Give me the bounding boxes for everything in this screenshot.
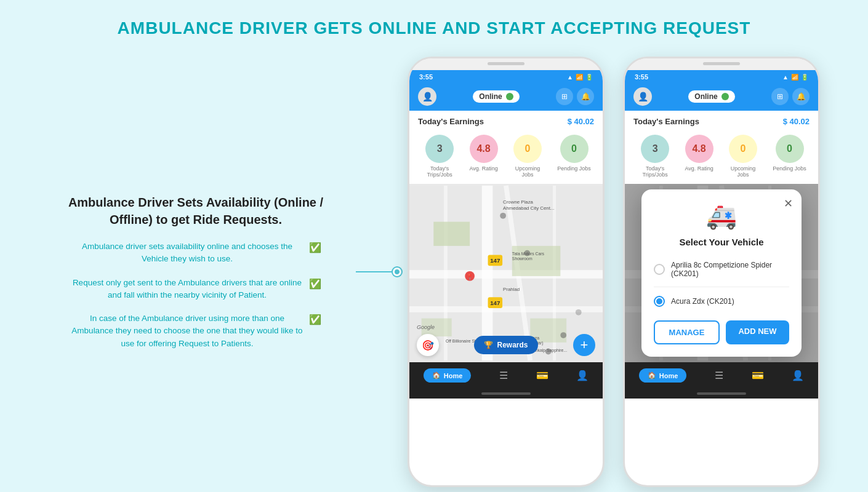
phone2-earnings-label: Today's Earnings: [633, 117, 699, 126]
phone1: 3:55 ▲ 📶 🔋 👤 Online ⊞: [408, 57, 605, 487]
phone2-stat-label-rating: Avg. Rating: [685, 165, 713, 172]
phone2-profile-icon: 👤: [792, 370, 804, 381]
feature-list: Ambulance driver sets availability onlin…: [48, 240, 344, 350]
phone1-location-btn[interactable]: 🎯: [417, 334, 439, 356]
phone1-bell-icon[interactable]: 🔔: [577, 88, 594, 105]
vehicle-modal-overlay: ✕ 🚑 Select Your Vehicle Aprilia 8c Compe…: [625, 184, 818, 362]
phone1-nav-profile[interactable]: 👤: [576, 370, 589, 381]
connector-dot: [393, 268, 401, 276]
phone1-nav-home[interactable]: 🏠 Home: [424, 368, 472, 383]
phone2-stats-row: 3 Today's Trips/Jobs 4.8 Avg. Rating 0 U…: [625, 130, 818, 184]
connector-line: [356, 271, 393, 272]
phone2-battery-icon: 🔋: [801, 74, 808, 81]
phone1-nav-home-label: Home: [444, 372, 463, 379]
modal-close-btn[interactable]: ✕: [784, 197, 793, 210]
svg-text:Ahmedabad City Cent...: Ahmedabad City Cent...: [503, 205, 554, 211]
list-icon: ☰: [499, 370, 508, 381]
phone2-map: Crowne Plaza Ahmedabad City Cent... ✕ 🚑 …: [625, 184, 818, 362]
phone2-online-label: Online: [694, 92, 717, 101]
phone2-status-icons: ▲ 📶 🔋: [782, 74, 808, 81]
content-row: Ambulance Driver Sets Availability (Onli…: [25, 57, 843, 487]
modal-divider: [654, 287, 789, 287]
phone1-google-label: Google: [417, 324, 435, 330]
phone2-status-bar: 3:55 ▲ 📶 🔋: [625, 70, 818, 84]
phone1-stat-circle-pending: 0: [560, 135, 589, 163]
phone2-nav-home-label: Home: [659, 372, 678, 379]
phone2-bottom-pill: [625, 392, 818, 399]
feature-item-1: Ambulance driver sets availability onlin…: [48, 240, 344, 266]
vehicle-option-2[interactable]: Acura Zdx (CK201): [654, 291, 789, 312]
svg-text:📍: 📍: [466, 273, 474, 281]
svg-text:Prahlad: Prahlad: [503, 287, 520, 292]
phone1-pill-bar: [481, 392, 531, 395]
phone2-wallet-icon: 💳: [752, 370, 764, 381]
phone1-header-icons: ⊞ 🔔: [556, 88, 594, 105]
phone2-nav-wallet[interactable]: 💳: [752, 370, 764, 381]
phone1-add-btn[interactable]: +: [573, 334, 595, 356]
svg-text:147: 147: [490, 300, 500, 306]
phone2-toggle-dot: [721, 93, 729, 100]
page-title: AMBULANCE DRIVER GETS ONLINE AND START A…: [118, 18, 751, 38]
phone2-online-toggle[interactable]: Online: [688, 90, 734, 103]
main-heading: Ambulance Driver Sets Availability (Onli…: [48, 194, 344, 228]
phone1-earnings-label: Today's Earnings: [418, 117, 484, 126]
phone2-stat-circle-pending: 0: [776, 135, 804, 163]
phone1-stat-trips: 3 Today's Trips/Jobs: [421, 135, 458, 178]
phones-container: 3:55 ▲ 📶 🔋 👤 Online ⊞: [408, 57, 820, 487]
vehicle1-radio[interactable]: [654, 264, 665, 275]
phone1-toggle-dot: [506, 93, 513, 100]
wallet-icon: 💳: [536, 370, 549, 381]
ambulance-icon: 🚑: [654, 202, 789, 231]
phone2-pill-bar: [697, 392, 746, 395]
phone1-rewards-btn[interactable]: 🏆 Rewards: [474, 336, 537, 354]
phone1-online-toggle[interactable]: Online: [473, 90, 519, 103]
phone2-stat-rating: 4.8 Avg. Rating: [685, 135, 713, 178]
phone1-stat-pending: 0 Pending Jobs: [557, 135, 591, 178]
modal-buttons: MANAGE ADD NEW: [654, 320, 789, 344]
add-new-button[interactable]: ADD NEW: [726, 320, 789, 344]
vehicle1-label: Aprilia 8c Competizione Spider (CK201): [671, 261, 789, 278]
phone2-top-pill: [703, 62, 740, 65]
svg-text:147: 147: [490, 257, 500, 264]
phone2-header-icons: ⊞ 🔔: [771, 88, 810, 105]
phone1-grid-icon[interactable]: ⊞: [556, 88, 573, 105]
manage-button[interactable]: MANAGE: [654, 320, 720, 344]
phone2-stat-label-upcoming: Upcoming Jobs: [725, 165, 762, 178]
phone1-stat-circle-trips: 3: [425, 135, 454, 163]
vehicle-option-1[interactable]: Aprilia 8c Competizione Spider (CK201): [654, 256, 789, 283]
phone1-earnings-row: Today's Earnings $ 40.02: [409, 111, 603, 130]
phone1-map-controls: 🎯 🏆 Rewards +: [409, 334, 603, 356]
home-icon: 🏠: [432, 371, 441, 379]
phone1-stat-label-trips: Today's Trips/Jobs: [421, 165, 458, 178]
phone2-nav-home[interactable]: 🏠 Home: [639, 368, 687, 383]
phone2-signal-icon: ▲: [782, 74, 789, 81]
phone2-nav-list[interactable]: ☰: [715, 370, 723, 381]
phone2-header: 👤 Online ⊞ 🔔: [625, 84, 818, 111]
phone1-nav-list[interactable]: ☰: [499, 370, 508, 381]
phone2-time: 3:55: [635, 73, 648, 81]
phone1-bottom-pill: [409, 392, 603, 399]
feature-text-3: In case of the Ambulance driver using mo…: [70, 312, 304, 350]
phone1-avatar: 👤: [418, 87, 436, 106]
phone2-bell-icon[interactable]: 🔔: [792, 88, 810, 105]
phone1-stat-label-pending: Pending Jobs: [557, 165, 591, 172]
phone2-grid-icon[interactable]: ⊞: [771, 88, 789, 105]
phone1-stat-rating: 4.8 Avg. Rating: [469, 135, 497, 178]
vehicle2-radio[interactable]: [654, 296, 665, 307]
svg-point-27: [524, 250, 530, 256]
phone1-map: 147 147 📍 Crowne Plaza Ahmedabad City Ce…: [409, 184, 603, 362]
phone1-nav-wallet[interactable]: 💳: [536, 370, 549, 381]
vehicle2-label: Acura Zdx (CK201): [671, 297, 734, 306]
phone1-stat-label-upcoming: Upcoming Jobs: [509, 165, 546, 178]
phone1-stat-circle-upcoming: 0: [513, 135, 542, 163]
phone2-bottom-nav: 🏠 Home ☰ 💳 👤: [625, 362, 818, 392]
phone2-stat-circle-upcoming: 0: [729, 135, 757, 163]
phone1-status-bar: 3:55 ▲ 📶 🔋: [409, 70, 603, 84]
phone2: 3:55 ▲ 📶 🔋 👤 Online ⊞: [623, 57, 820, 487]
svg-text:Showroom: Showroom: [512, 256, 532, 261]
signal-icon: ▲: [567, 74, 573, 81]
phone1-stat-circle-rating: 4.8: [470, 135, 498, 163]
phone2-nav-profile[interactable]: 👤: [792, 370, 804, 381]
phone1-stats-row: 3 Today's Trips/Jobs 4.8 Avg. Rating 0 U…: [409, 130, 603, 184]
phone1-online-label: Online: [479, 92, 502, 101]
